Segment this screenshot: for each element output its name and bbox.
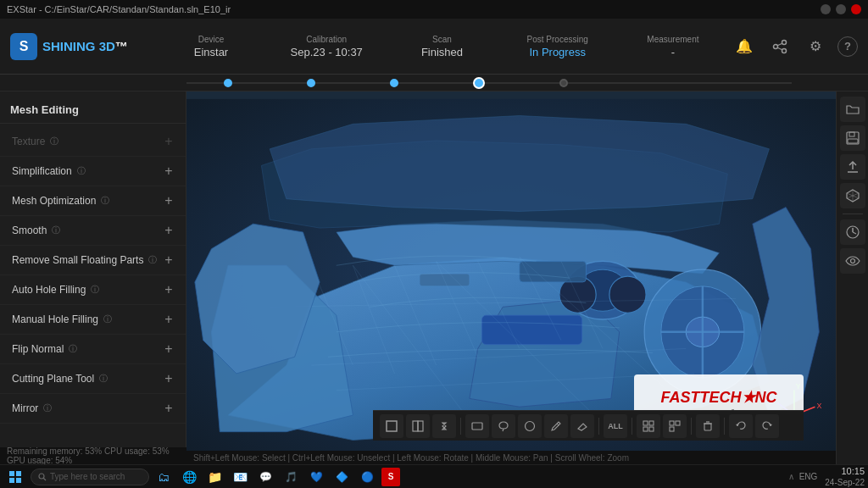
sidebar-item-cutting-plane[interactable]: Cutting Plane Tool ⓘ +	[0, 364, 186, 394]
svg-rect-46	[413, 421, 418, 431]
flip-normal-expand-button[interactable]: +	[160, 341, 177, 358]
cutting-plane-expand-button[interactable]: +	[160, 370, 177, 387]
mesh-optimization-expand-button[interactable]: +	[160, 192, 177, 209]
svg-rect-58	[704, 424, 711, 430]
svg-point-75	[850, 259, 854, 263]
info-icon-simplification: ⓘ	[77, 165, 86, 177]
logo-text: SHINING 3D™	[42, 39, 128, 53]
nav-step-postprocessing[interactable]: Post Processing In Progress	[500, 35, 615, 58]
nav-step-calibration[interactable]: Calibration Sep.23 - 10:37	[269, 35, 384, 58]
svg-rect-51	[643, 421, 648, 425]
sidebar-section-title: Mesh Editing	[0, 98, 186, 124]
taskbar-app-4[interactable]: S	[381, 468, 400, 486]
svg-rect-65	[848, 139, 858, 143]
statusbar: Remaining memory: 53% CPU usage: 53% GPU…	[0, 447, 186, 464]
measure-button[interactable]	[840, 219, 865, 245]
svg-line-81	[43, 478, 46, 480]
taskbar-app-3[interactable]: 🔵	[356, 468, 378, 486]
settings-icon[interactable]: ⚙	[802, 33, 829, 60]
smooth-expand-button[interactable]: +	[160, 222, 177, 239]
svg-rect-76	[9, 471, 14, 476]
erase-button[interactable]	[570, 414, 594, 438]
sidebar-item-mirror[interactable]: Mirror ⓘ +	[0, 394, 186, 424]
sidebar-item-simplification[interactable]: Simplification ⓘ +	[0, 157, 186, 186]
toolbar-separator-5	[724, 418, 725, 435]
taskbar-app-browser[interactable]: 🌐	[178, 468, 200, 486]
titlebar: EXStar - C:/EinStar/CAR/Standan/Standan.…	[0, 0, 868, 19]
nav-icons: 🔔 ⚙ ?	[731, 33, 858, 60]
bluetooth-button[interactable]	[432, 414, 456, 438]
save-button[interactable]	[840, 125, 865, 151]
svg-rect-63	[847, 132, 859, 144]
redo-button[interactable]	[755, 414, 779, 438]
notification-icon[interactable]: 🔔	[731, 33, 758, 60]
svg-rect-45	[387, 421, 397, 431]
svg-point-18	[609, 276, 646, 313]
open-folder-button[interactable]	[840, 97, 865, 122]
info-icon-floating: ⓘ	[148, 254, 157, 266]
sidebar-item-flip-normal[interactable]: Flip Normal ⓘ +	[0, 335, 186, 364]
info-icon-auto-hole: ⓘ	[91, 284, 99, 296]
layers-button[interactable]	[406, 414, 430, 438]
taskbar-left: Type here to search 🗂 🌐 📁 📧 💬 🎵 💙 🔷 🔵 S	[3, 468, 400, 486]
view-eye-button[interactable]	[840, 248, 865, 274]
minimize-button[interactable]	[821, 4, 831, 14]
mirror-expand-button[interactable]: +	[160, 400, 177, 417]
delete-button[interactable]	[696, 414, 720, 438]
nav-step-scan[interactable]: Scan Finished	[384, 35, 499, 58]
taskbar-app-music[interactable]: 🎵	[280, 468, 302, 486]
nav-step-measurement[interactable]: Measurement -	[615, 35, 731, 58]
taskbar-app-mail[interactable]: 📧	[229, 468, 251, 486]
taskbar-app-2[interactable]: 🔷	[331, 468, 353, 486]
rect-select2-button[interactable]	[465, 414, 489, 438]
sidebar-item-texture[interactable]: Texture ⓘ +	[0, 127, 186, 157]
system-clock: 10:15 24-Sep-22	[825, 465, 865, 488]
manual-hole-expand-button[interactable]: +	[160, 311, 177, 328]
share-icon[interactable]	[766, 33, 793, 60]
texture-expand-button[interactable]: +	[160, 133, 177, 150]
taskbar-app-chat[interactable]: 💬	[254, 468, 276, 486]
3d-model-button[interactable]	[840, 183, 865, 208]
export-button[interactable]	[840, 154, 865, 180]
info-icon-manual-hole: ⓘ	[103, 313, 112, 325]
auto-hole-expand-button[interactable]: +	[160, 281, 177, 298]
toolbar-separator-3	[632, 418, 632, 435]
search-bar[interactable]: Type here to search	[31, 469, 149, 485]
svg-point-1	[774, 44, 778, 48]
viewport[interactable]: X Y Z Triangles:19,999,925 FASTTECH★NC บ…	[186, 92, 836, 464]
svg-line-50	[557, 424, 559, 425]
grid-add-button[interactable]	[637, 414, 660, 438]
sidebar-item-auto-hole[interactable]: Auto Hole Filling ⓘ +	[0, 275, 186, 305]
progress-dot-3	[390, 79, 398, 87]
sidebar-item-manual-hole[interactable]: Manual Hole Filling ⓘ +	[0, 305, 186, 335]
svg-rect-54	[649, 427, 654, 431]
taskbar-app-file[interactable]: 🗂	[153, 468, 175, 486]
all-button[interactable]: ALL	[604, 414, 627, 438]
simplification-expand-button[interactable]: +	[160, 163, 177, 180]
grid-remove-button[interactable]	[663, 414, 687, 438]
watermark-logo-text: FASTTECH★NC	[661, 388, 777, 407]
right-toolbar	[836, 92, 868, 464]
lasso-button[interactable]	[492, 414, 515, 438]
pen-button[interactable]	[544, 414, 568, 438]
svg-line-74	[853, 232, 856, 234]
progress-dot-1	[224, 79, 232, 87]
titlebar-text: EXStar - C:/EinStar/CAR/Standan/Standan.…	[7, 4, 231, 14]
select-rect-button[interactable]	[380, 414, 403, 438]
sidebar-item-smooth[interactable]: Smooth ⓘ +	[0, 216, 186, 246]
circle-select-button[interactable]	[518, 414, 542, 438]
sidebar-item-remove-floating[interactable]: Remove Small Floating Parts ⓘ +	[0, 246, 186, 275]
taskbar-right: ∧ ENG 10:15 24-Sep-22	[788, 465, 865, 488]
taskbar-app-1[interactable]: 💙	[305, 468, 327, 486]
undo-button[interactable]	[729, 414, 753, 438]
remove-floating-expand-button[interactable]: +	[160, 252, 177, 269]
sidebar-item-mesh-optimization[interactable]: Mesh Optimization ⓘ +	[0, 186, 186, 216]
nav-step-device[interactable]: Device Einstar	[153, 35, 269, 58]
maximize-button[interactable]	[836, 4, 846, 14]
taskbar-app-folder[interactable]: 📁	[203, 468, 225, 486]
start-button[interactable]	[3, 468, 27, 486]
help-icon[interactable]: ?	[837, 36, 858, 57]
svg-rect-21	[482, 315, 582, 344]
close-button[interactable]	[851, 4, 861, 14]
svg-rect-53	[643, 427, 648, 431]
